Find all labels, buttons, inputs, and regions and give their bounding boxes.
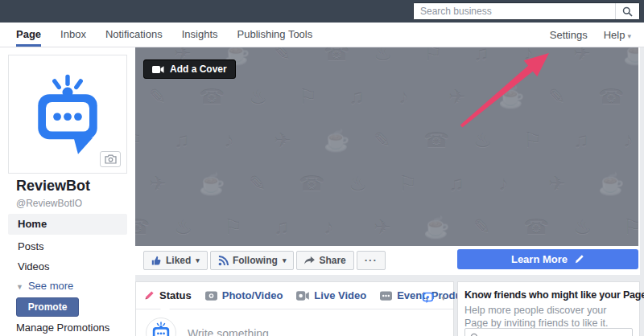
nav-right: Settings Help▾ [550,23,644,47]
thumbs-up-icon [151,256,162,266]
divider [136,309,453,309]
photo-video-label: Photo/Video [222,289,283,301]
tab-page[interactable]: Page [16,23,41,47]
learn-more-label: Learn More [511,253,568,265]
camera-icon [205,291,217,301]
more-actions-button[interactable]: ··· [357,251,386,270]
invite-search-input[interactable] [464,328,633,336]
invite-card-body: Help more people discover your Page by i… [464,304,633,330]
composer-tabs: Status Photo/Video Live Video [136,282,453,309]
chevron-down-icon: ▾ [283,256,287,264]
tab-photo-video[interactable]: Photo/Video [205,289,283,301]
sidebar-item-manage-promotions[interactable]: Manage Promotions [16,322,109,334]
help-label: Help [604,29,625,41]
page-handle: @ReviewBotIO [16,198,82,209]
share-arrow-icon [304,256,315,265]
post-composer: Status Photo/Video Live Video [135,281,454,336]
cover-photo[interactable]: ♪✈☕✎☎♨⚐♫♪✈☕✎☎♨⚐♫♪✈☕✎☎♨⚐♫♪✈☕✎☎♨⚐♫♪✈☕✎☎♨⚐♫… [135,47,638,246]
reviewbot-logo [149,321,173,336]
add-cover-label: Add a Cover [170,64,227,75]
chevron-down-icon: ▾ [627,32,631,40]
page-title: ReviewBot [16,178,90,195]
chevron-down-icon: ▼ [16,283,23,291]
video-camera-icon [296,291,309,301]
tab-status[interactable]: Status [144,289,192,301]
sidebar-item-videos[interactable]: Videos [18,260,50,272]
invite-card-title: Know friends who might like your Page? [464,289,633,301]
promote-button[interactable]: Promote [16,297,79,317]
chevron-down-icon: ▾ [441,294,445,302]
page-buttons: Liked ▾ Following ▾ Share ··· [143,251,386,270]
following-button[interactable]: Following ▾ [210,251,295,270]
sidebar-item-posts[interactable]: Posts [18,240,44,252]
pencil-icon [574,254,584,264]
invite-friends-card: Know friends who might like your Page? H… [457,281,640,336]
see-more-link[interactable]: ▼See more [16,280,73,292]
page-action-row: Liked ▾ Following ▾ Share ··· Learn More [135,246,640,275]
camera-icon[interactable] [100,151,121,167]
search-icon [622,6,633,17]
search-icon [470,333,480,336]
help-menu[interactable]: Help▾ [604,29,631,41]
tab-inbox[interactable]: Inbox [60,23,86,47]
following-feed-icon [218,256,229,266]
tab-publishing-tools[interactable]: Publishing Tools [237,23,313,47]
page-profile-picture[interactable] [8,55,127,174]
reviewbot-logo [24,71,111,158]
see-more-label: See more [28,280,73,292]
tab-insights[interactable]: Insights [182,23,218,47]
write-something-field[interactable]: Write something [188,327,269,336]
learn-more-button[interactable]: Learn More [457,249,638,269]
tab-notifications[interactable]: Notifications [105,23,163,47]
video-camera-icon [152,65,164,74]
search-input[interactable] [414,3,615,19]
avatar [146,318,176,336]
page-nav: Page Inbox Notifications Insights Publis… [0,23,644,47]
live-video-label: Live Video [314,289,366,301]
pencil-icon [144,290,155,301]
nav-tabs: Page Inbox Notifications Insights Publis… [0,23,312,47]
ellipsis-icon: ··· [365,256,378,264]
share-label: Share [319,255,345,266]
share-bubble-icon [422,292,434,304]
composer-options[interactable]: ▾ [422,292,445,304]
liked-button[interactable]: Liked ▾ [143,251,208,270]
status-label: Status [159,289,192,301]
top-bar [0,0,644,23]
share-button[interactable]: Share [296,251,353,270]
add-cover-button[interactable]: Add a Cover [143,59,236,79]
sidebar-item-home[interactable]: Home [8,214,127,235]
liked-label: Liked [166,255,191,266]
chevron-down-icon: ▾ [196,256,200,264]
tab-live-video[interactable]: Live Video [296,289,366,301]
search-button[interactable] [615,3,639,19]
active-tab-notch [160,304,170,309]
following-label: Following [233,255,278,266]
search-bar [413,2,640,20]
grid-dots-icon [380,291,392,301]
settings-link[interactable]: Settings [550,29,588,41]
